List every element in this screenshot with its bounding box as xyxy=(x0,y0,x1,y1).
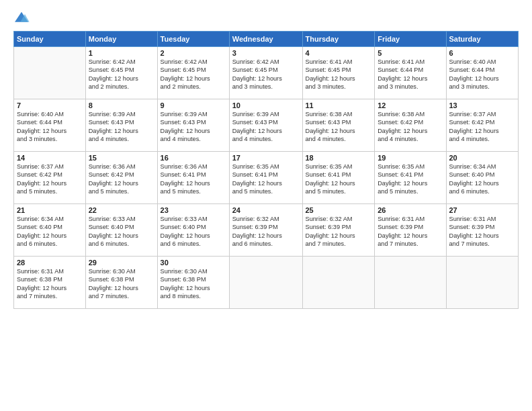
day-info: Sunrise: 6:38 AMSunset: 6:43 PMDaylight:… xyxy=(306,110,372,144)
calendar-cell: 9Sunrise: 6:39 AMSunset: 6:43 PMDaylight… xyxy=(157,99,229,152)
day-number: 11 xyxy=(306,101,372,109)
calendar-cell: 22Sunrise: 6:33 AMSunset: 6:40 PMDayligh… xyxy=(85,204,157,257)
calendar-cell: 1Sunrise: 6:42 AMSunset: 6:45 PMDaylight… xyxy=(85,47,157,99)
calendar-cell: 6Sunrise: 6:40 AMSunset: 6:44 PMDaylight… xyxy=(446,47,519,99)
calendar-cell: 8Sunrise: 6:39 AMSunset: 6:43 PMDaylight… xyxy=(85,99,157,152)
calendar-cell: 25Sunrise: 6:32 AMSunset: 6:39 PMDayligh… xyxy=(302,204,375,257)
day-number: 1 xyxy=(89,49,154,57)
day-number: 3 xyxy=(232,49,300,57)
calendar-cell: 3Sunrise: 6:42 AMSunset: 6:45 PMDaylight… xyxy=(229,47,302,99)
calendar-cell: 7Sunrise: 6:40 AMSunset: 6:44 PMDaylight… xyxy=(14,99,86,152)
day-info: Sunrise: 6:36 AMSunset: 6:41 PMDaylight:… xyxy=(161,163,226,196)
day-info: Sunrise: 6:35 AMSunset: 6:41 PMDaylight:… xyxy=(378,163,443,196)
day-number: 25 xyxy=(306,206,372,214)
calendar-cell: 20Sunrise: 6:34 AMSunset: 6:40 PMDayligh… xyxy=(446,152,519,204)
header-cell-sunday: Sunday xyxy=(14,32,86,47)
day-info: Sunrise: 6:42 AMSunset: 6:45 PMDaylight:… xyxy=(232,58,300,91)
logo xyxy=(13,11,31,24)
header-cell-saturday: Saturday xyxy=(446,32,519,47)
calendar-cell: 19Sunrise: 6:35 AMSunset: 6:41 PMDayligh… xyxy=(375,152,446,204)
day-number: 26 xyxy=(378,206,443,214)
calendar-cell: 24Sunrise: 6:32 AMSunset: 6:39 PMDayligh… xyxy=(229,204,302,257)
day-number: 14 xyxy=(17,154,83,162)
calendar-cell xyxy=(302,257,375,309)
day-number: 18 xyxy=(306,154,372,162)
header-cell-friday: Friday xyxy=(375,32,446,47)
header-cell-wednesday: Wednesday xyxy=(229,32,302,47)
day-number: 21 xyxy=(17,206,83,214)
week-row-1: 1Sunrise: 6:42 AMSunset: 6:45 PMDaylight… xyxy=(14,47,519,99)
calendar-cell: 26Sunrise: 6:31 AMSunset: 6:39 PMDayligh… xyxy=(375,204,446,257)
calendar-cell: 30Sunrise: 6:30 AMSunset: 6:38 PMDayligh… xyxy=(157,257,229,309)
calendar-cell: 21Sunrise: 6:34 AMSunset: 6:40 PMDayligh… xyxy=(14,204,86,257)
day-number: 20 xyxy=(449,154,516,162)
calendar-cell: 15Sunrise: 6:36 AMSunset: 6:42 PMDayligh… xyxy=(85,152,157,204)
day-info: Sunrise: 6:37 AMSunset: 6:42 PMDaylight:… xyxy=(449,110,516,144)
week-row-5: 28Sunrise: 6:31 AMSunset: 6:38 PMDayligh… xyxy=(14,257,519,309)
day-info: Sunrise: 6:31 AMSunset: 6:39 PMDaylight:… xyxy=(449,215,516,248)
day-number: 24 xyxy=(232,206,300,214)
day-info: Sunrise: 6:34 AMSunset: 6:40 PMDaylight:… xyxy=(449,163,516,196)
day-number: 6 xyxy=(449,49,516,57)
day-number: 16 xyxy=(161,154,226,162)
day-number: 23 xyxy=(161,206,226,214)
week-row-4: 21Sunrise: 6:34 AMSunset: 6:40 PMDayligh… xyxy=(14,204,519,257)
day-number: 29 xyxy=(89,259,154,267)
calendar-cell: 16Sunrise: 6:36 AMSunset: 6:41 PMDayligh… xyxy=(157,152,229,204)
day-number: 9 xyxy=(161,101,226,109)
calendar-cell: 11Sunrise: 6:38 AMSunset: 6:43 PMDayligh… xyxy=(302,99,375,152)
calendar-cell: 29Sunrise: 6:30 AMSunset: 6:38 PMDayligh… xyxy=(85,257,157,309)
calendar-table: SundayMondayTuesdayWednesdayThursdayFrid… xyxy=(13,31,519,309)
week-row-3: 14Sunrise: 6:37 AMSunset: 6:42 PMDayligh… xyxy=(14,152,519,204)
day-number: 19 xyxy=(378,154,443,162)
header-cell-monday: Monday xyxy=(85,32,157,47)
day-number: 7 xyxy=(17,101,83,109)
calendar-cell: 17Sunrise: 6:35 AMSunset: 6:41 PMDayligh… xyxy=(229,152,302,204)
day-number: 17 xyxy=(232,154,300,162)
calendar-cell: 14Sunrise: 6:37 AMSunset: 6:42 PMDayligh… xyxy=(14,152,86,204)
day-info: Sunrise: 6:41 AMSunset: 6:44 PMDaylight:… xyxy=(378,58,443,91)
calendar-cell: 2Sunrise: 6:42 AMSunset: 6:45 PMDaylight… xyxy=(157,47,229,99)
calendar-cell: 23Sunrise: 6:33 AMSunset: 6:40 PMDayligh… xyxy=(157,204,229,257)
day-number: 10 xyxy=(232,101,300,109)
day-number: 8 xyxy=(89,101,154,109)
day-info: Sunrise: 6:32 AMSunset: 6:39 PMDaylight:… xyxy=(306,215,372,248)
header-cell-tuesday: Tuesday xyxy=(157,32,229,47)
calendar-body: 1Sunrise: 6:42 AMSunset: 6:45 PMDaylight… xyxy=(14,47,519,309)
calendar-cell xyxy=(14,47,86,99)
day-info: Sunrise: 6:34 AMSunset: 6:40 PMDaylight:… xyxy=(17,215,83,248)
day-info: Sunrise: 6:41 AMSunset: 6:45 PMDaylight:… xyxy=(306,58,372,91)
day-info: Sunrise: 6:39 AMSunset: 6:43 PMDaylight:… xyxy=(232,110,300,144)
day-info: Sunrise: 6:31 AMSunset: 6:39 PMDaylight:… xyxy=(378,215,443,248)
calendar-cell xyxy=(446,257,519,309)
calendar-cell: 5Sunrise: 6:41 AMSunset: 6:44 PMDaylight… xyxy=(375,47,446,99)
day-number: 15 xyxy=(89,154,154,162)
day-info: Sunrise: 6:40 AMSunset: 6:44 PMDaylight:… xyxy=(17,110,83,144)
header xyxy=(13,11,519,24)
day-info: Sunrise: 6:30 AMSunset: 6:38 PMDaylight:… xyxy=(89,267,154,301)
calendar-cell: 4Sunrise: 6:41 AMSunset: 6:45 PMDaylight… xyxy=(302,47,375,99)
day-info: Sunrise: 6:42 AMSunset: 6:45 PMDaylight:… xyxy=(161,58,226,91)
calendar-cell: 12Sunrise: 6:38 AMSunset: 6:42 PMDayligh… xyxy=(375,99,446,152)
day-number: 28 xyxy=(17,259,83,267)
day-number: 30 xyxy=(161,259,226,267)
calendar-cell: 10Sunrise: 6:39 AMSunset: 6:43 PMDayligh… xyxy=(229,99,302,152)
day-info: Sunrise: 6:37 AMSunset: 6:42 PMDaylight:… xyxy=(17,163,83,196)
day-info: Sunrise: 6:40 AMSunset: 6:44 PMDaylight:… xyxy=(449,58,516,91)
day-info: Sunrise: 6:36 AMSunset: 6:42 PMDaylight:… xyxy=(89,163,154,196)
day-number: 2 xyxy=(161,49,226,57)
day-info: Sunrise: 6:33 AMSunset: 6:40 PMDaylight:… xyxy=(161,215,226,248)
day-info: Sunrise: 6:42 AMSunset: 6:45 PMDaylight:… xyxy=(89,58,154,91)
day-info: Sunrise: 6:35 AMSunset: 6:41 PMDaylight:… xyxy=(232,163,300,196)
day-number: 13 xyxy=(449,101,516,109)
header-row: SundayMondayTuesdayWednesdayThursdayFrid… xyxy=(14,32,519,47)
calendar-cell xyxy=(375,257,446,309)
day-info: Sunrise: 6:31 AMSunset: 6:38 PMDaylight:… xyxy=(17,267,83,301)
calendar-cell: 28Sunrise: 6:31 AMSunset: 6:38 PMDayligh… xyxy=(14,257,86,309)
day-number: 4 xyxy=(306,49,372,57)
calendar-header: SundayMondayTuesdayWednesdayThursdayFrid… xyxy=(14,32,519,47)
calendar-cell: 27Sunrise: 6:31 AMSunset: 6:39 PMDayligh… xyxy=(446,204,519,257)
day-number: 12 xyxy=(378,101,443,109)
calendar-cell: 13Sunrise: 6:37 AMSunset: 6:42 PMDayligh… xyxy=(446,99,519,152)
day-info: Sunrise: 6:38 AMSunset: 6:42 PMDaylight:… xyxy=(378,110,443,144)
